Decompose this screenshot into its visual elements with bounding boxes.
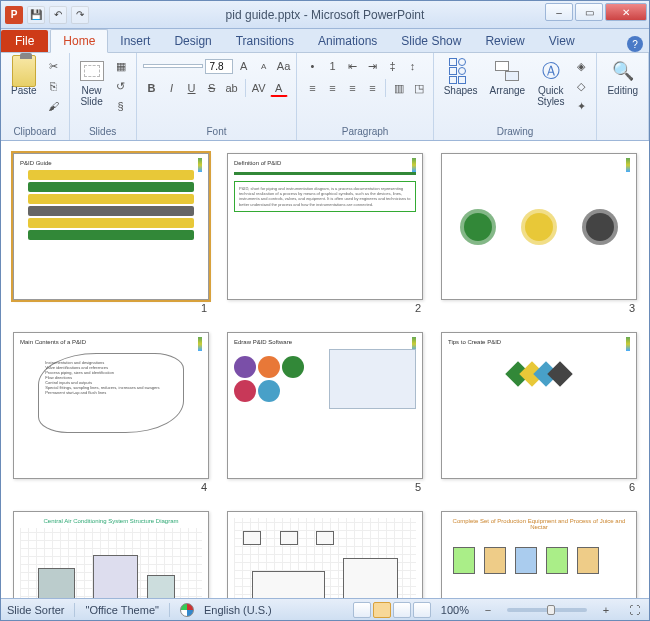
styles-icon: Ⓐ <box>539 59 563 83</box>
ribbon: Paste ✂ ⎘ 🖌 Clipboard New Slide ▦ ↺ § Sl… <box>1 53 649 141</box>
help-icon[interactable]: ? <box>627 36 643 52</box>
grow-font-button[interactable]: A <box>235 57 253 75</box>
slide-sorter[interactable]: P&ID Guide 1 Definition of P&ID P&ID, sh… <box>1 141 649 598</box>
arrange-button[interactable]: Arrange <box>486 57 530 98</box>
format-painter-button[interactable]: 🖌 <box>45 97 63 115</box>
tab-view[interactable]: View <box>537 30 587 52</box>
tab-review[interactable]: Review <box>473 30 536 52</box>
reset-button[interactable]: ↺ <box>112 77 130 95</box>
tab-transitions[interactable]: Transitions <box>224 30 306 52</box>
slide-thumb-6[interactable]: Tips to Create P&ID <box>441 332 637 479</box>
group-label: Clipboard <box>7 125 63 138</box>
convert-smartart-button[interactable]: ◳ <box>410 79 428 97</box>
cut-button[interactable]: ✂ <box>45 57 63 75</box>
view-buttons <box>353 602 431 618</box>
diagram-icon <box>234 518 416 598</box>
zoom-in-button[interactable]: + <box>597 601 615 619</box>
shape-effects-button[interactable]: ✦ <box>572 97 590 115</box>
tab-insert[interactable]: Insert <box>108 30 162 52</box>
new-slide-button[interactable]: New Slide <box>76 57 108 109</box>
increase-indent-button[interactable]: ⇥ <box>363 57 381 75</box>
tab-slideshow[interactable]: Slide Show <box>389 30 473 52</box>
arrange-icon <box>495 61 519 81</box>
quick-access-toolbar: P 💾 ↶ ↷ <box>1 6 89 24</box>
slide-wrap: Edraw P&ID Software 5 <box>227 332 423 493</box>
qat-redo-icon[interactable]: ↷ <box>71 6 89 24</box>
font-family-combo[interactable] <box>143 64 203 68</box>
font-size-combo[interactable]: 7.8 <box>205 59 233 74</box>
slideshow-view-button[interactable] <box>413 602 431 618</box>
columns-button[interactable]: ▥ <box>390 79 408 97</box>
copy-button[interactable]: ⎘ <box>45 77 63 95</box>
slide-number: 1 <box>201 302 209 314</box>
slide-thumb-2[interactable]: Definition of P&ID P&ID, short for pipin… <box>227 153 423 300</box>
decrease-indent-button[interactable]: ⇤ <box>343 57 361 75</box>
slide-number: 6 <box>629 481 637 493</box>
slide-wrap: P&ID Guide 1 <box>13 153 209 314</box>
close-button[interactable]: ✕ <box>605 3 647 21</box>
slide-thumb-8[interactable] <box>227 511 423 598</box>
app-icon[interactable]: P <box>5 6 23 24</box>
slide-title: Main Contents of a P&ID <box>20 339 202 345</box>
align-right-button[interactable]: ≡ <box>343 79 361 97</box>
editing-button[interactable]: 🔍 Editing <box>603 57 642 98</box>
tab-home[interactable]: Home <box>50 29 108 53</box>
reading-view-button[interactable] <box>393 602 411 618</box>
file-tab[interactable]: File <box>1 30 48 52</box>
shapes-button[interactable]: Shapes <box>440 57 482 98</box>
slide-thumb-4[interactable]: Main Contents of a P&ID Instrumentation … <box>13 332 209 479</box>
slide-wrap: 3 <box>441 153 637 314</box>
zoom-thumb[interactable] <box>547 605 555 615</box>
quick-styles-button[interactable]: Ⓐ Quick Styles <box>533 57 568 109</box>
shape-fill-button[interactable]: ◈ <box>572 57 590 75</box>
minimize-button[interactable]: – <box>545 3 573 21</box>
char-spacing-button[interactable]: AV <box>250 79 268 97</box>
group-label: Paragraph <box>303 125 426 138</box>
slide-title: Complete Set of Production Equipment and… <box>448 518 630 530</box>
slide-thumb-1[interactable]: P&ID Guide <box>13 153 209 300</box>
paste-button[interactable]: Paste <box>7 57 41 98</box>
zoom-slider[interactable] <box>507 608 587 612</box>
align-center-button[interactable]: ≡ <box>323 79 341 97</box>
tab-design[interactable]: Design <box>162 30 223 52</box>
qat-save-icon[interactable]: 💾 <box>27 6 45 24</box>
shrink-font-button[interactable]: A <box>255 57 273 75</box>
status-theme: "Office Theme" <box>85 604 158 616</box>
tab-animations[interactable]: Animations <box>306 30 389 52</box>
zoom-level[interactable]: 100% <box>441 604 469 616</box>
layout-button[interactable]: ▦ <box>112 57 130 75</box>
shadow-button[interactable]: ab <box>223 79 241 97</box>
slide-thumb-9[interactable]: Complete Set of Production Equipment and… <box>441 511 637 598</box>
clear-format-button[interactable]: Aa <box>275 57 293 75</box>
bullets-button[interactable]: • <box>303 57 321 75</box>
slide-title: P&ID Guide <box>20 160 202 166</box>
justify-button[interactable]: ≡ <box>363 79 381 97</box>
maximize-button[interactable]: ▭ <box>575 3 603 21</box>
sorter-view-button[interactable] <box>373 602 391 618</box>
slide-thumb-3[interactable] <box>441 153 637 300</box>
ribbon-tabs: File Home Insert Design Transitions Anim… <box>1 29 649 53</box>
numbering-button[interactable]: 1 <box>323 57 341 75</box>
status-language[interactable]: English (U.S.) <box>204 604 272 616</box>
slide-thumb-5[interactable]: Edraw P&ID Software <box>227 332 423 479</box>
underline-button[interactable]: U <box>183 79 201 97</box>
italic-button[interactable]: I <box>163 79 181 97</box>
text-direction-button[interactable]: ↕ <box>403 57 421 75</box>
slide-wrap: Central Air Conditioning System Structur… <box>13 511 209 598</box>
fit-window-button[interactable]: ⛶ <box>625 601 643 619</box>
clipboard-icon <box>12 55 36 87</box>
shape-outline-button[interactable]: ◇ <box>572 77 590 95</box>
title-bar: P 💾 ↶ ↷ pid guide.pptx - Microsoft Power… <box>1 1 649 29</box>
qat-undo-icon[interactable]: ↶ <box>49 6 67 24</box>
window-controls: – ▭ ✕ <box>545 3 647 21</box>
language-icon[interactable] <box>180 603 194 617</box>
strike-button[interactable]: S <box>203 79 221 97</box>
section-button[interactable]: § <box>112 97 130 115</box>
bold-button[interactable]: B <box>143 79 161 97</box>
align-left-button[interactable]: ≡ <box>303 79 321 97</box>
zoom-out-button[interactable]: − <box>479 601 497 619</box>
slide-thumb-7[interactable]: Central Air Conditioning System Structur… <box>13 511 209 598</box>
font-color-button[interactable]: A <box>270 79 288 97</box>
normal-view-button[interactable] <box>353 602 371 618</box>
line-spacing-button[interactable]: ‡ <box>383 57 401 75</box>
